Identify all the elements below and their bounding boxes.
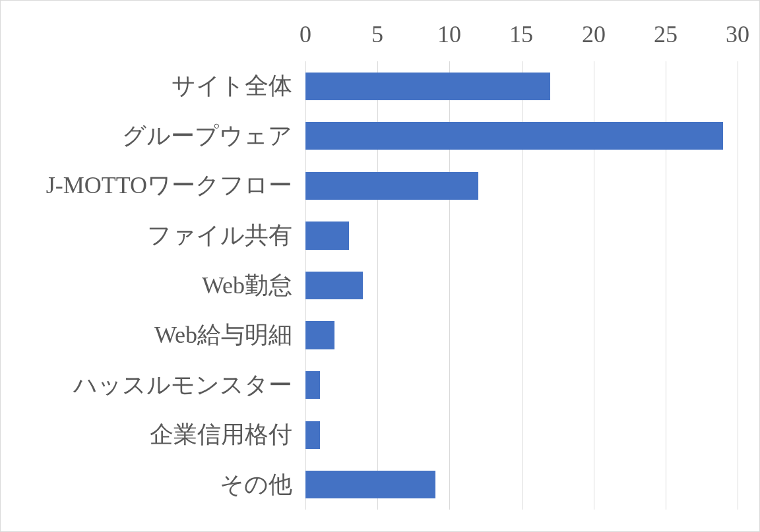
chart-container: 0 5 10 15 20 25 30 サイト全体 グループウェア J-MOTTO… bbox=[0, 0, 760, 532]
bar-row bbox=[305, 211, 738, 261]
bar-row bbox=[305, 460, 738, 510]
x-tick-label: 25 bbox=[654, 20, 678, 48]
bar-row bbox=[305, 161, 738, 211]
bar bbox=[305, 371, 320, 399]
category-label: ファイル共有 bbox=[147, 220, 292, 252]
bar-row bbox=[305, 61, 738, 111]
x-tick-label: 5 bbox=[371, 20, 383, 48]
x-tick-label: 0 bbox=[300, 20, 311, 48]
category-label: その他 bbox=[220, 469, 292, 501]
x-tick-label: 15 bbox=[509, 20, 533, 48]
bar bbox=[305, 222, 349, 249]
bar-row bbox=[305, 310, 738, 361]
bars-group bbox=[305, 61, 738, 510]
category-label: Web給与明細 bbox=[154, 319, 292, 351]
bar bbox=[305, 471, 435, 498]
bar bbox=[305, 321, 334, 349]
x-tick-label: 10 bbox=[437, 20, 461, 48]
bar bbox=[305, 272, 363, 299]
x-tick-label: 20 bbox=[582, 20, 606, 48]
category-label: サイト全体 bbox=[172, 70, 292, 102]
category-label: Web勤怠 bbox=[202, 270, 292, 302]
gridline bbox=[738, 61, 738, 510]
x-tick-label: 30 bbox=[726, 20, 749, 48]
bar-row bbox=[305, 360, 738, 410]
category-label: J-MOTTOワークフロー bbox=[46, 169, 292, 202]
bar-row bbox=[305, 111, 738, 162]
bar bbox=[305, 122, 723, 150]
category-label: ハッスルモンスター bbox=[73, 369, 292, 401]
category-label: 企業信用格付 bbox=[150, 419, 292, 451]
category-label: グループウェア bbox=[122, 120, 292, 152]
bar bbox=[305, 73, 550, 100]
bar-row bbox=[305, 410, 738, 460]
plot-area bbox=[305, 61, 738, 510]
bar bbox=[305, 172, 478, 200]
bar bbox=[305, 421, 320, 449]
bar-row bbox=[305, 260, 738, 310]
y-axis-labels: サイト全体 グループウェア J-MOTTOワークフロー ファイル共有 Web勤怠… bbox=[1, 61, 299, 510]
